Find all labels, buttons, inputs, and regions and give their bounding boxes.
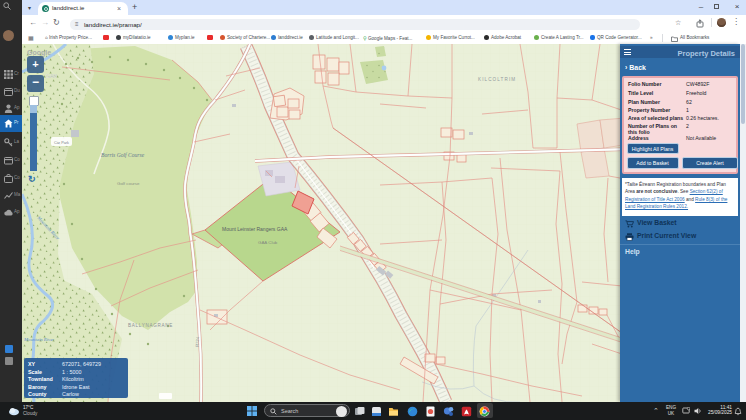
svg-text:R724: R724 (194, 336, 200, 347)
svg-text:Mount Leinster Rangers GAA: Mount Leinster Rangers GAA (222, 226, 288, 232)
svg-text:Mountain River: Mountain River (23, 337, 54, 342)
svg-text:GAN: GAN (46, 73, 57, 79)
svg-text:BALLYNAGRANE: BALLYNAGRANE (128, 323, 173, 328)
svg-text:Car Park: Car Park (54, 141, 69, 145)
svg-text:KILCOLTRIM: KILCOLTRIM (478, 77, 516, 82)
svg-text:GAA Club: GAA Club (258, 240, 278, 245)
svg-text:Borris Golf Course: Borris Golf Course (101, 152, 145, 158)
svg-text:Golf course: Golf course (117, 181, 140, 186)
